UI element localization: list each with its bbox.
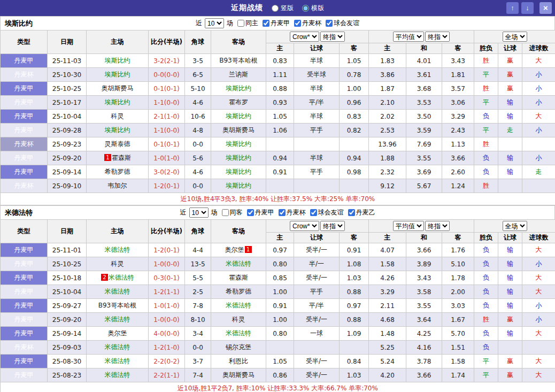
filter-checkbox-input[interactable] bbox=[294, 20, 301, 27]
match-row: 丹麦甲25-10-25奥胡斯费马0-1(0-1)5-10埃斯比约0.88半球1.… bbox=[1, 82, 555, 96]
filter-checkbox-input[interactable] bbox=[348, 209, 355, 216]
close-button[interactable]: × bbox=[539, 2, 552, 14]
avg-draw-cell: 3.55 bbox=[406, 151, 442, 165]
league-cell: 丹麦甲 bbox=[1, 299, 48, 313]
away-team-cell: 奥胡斯费马 bbox=[211, 368, 266, 382]
filter-checkbox[interactable]: 丹麦甲 bbox=[247, 208, 274, 217]
handicap-result-cell: 输 bbox=[498, 327, 522, 341]
home-team-name: 希勒罗德 bbox=[105, 168, 130, 175]
filter-checkbox-input[interactable] bbox=[263, 20, 269, 27]
odds-away-cell: 0.83 bbox=[340, 110, 369, 124]
filter-checkbox[interactable]: 同客 bbox=[222, 208, 243, 217]
titlebar-center: 近期战绩 竖版 横版 bbox=[0, 3, 555, 13]
handicap-cell: 受半/一 bbox=[294, 243, 340, 257]
home-team-name: 埃斯比约 bbox=[105, 57, 130, 64]
odds-source-select[interactable]: Crow* bbox=[290, 221, 319, 231]
filter-checkbox-input[interactable] bbox=[310, 209, 317, 216]
avg-away-cell: 2.60 bbox=[442, 165, 474, 179]
filter-checkbox[interactable]: 球会友谊 bbox=[326, 19, 359, 28]
filter-checkbox-input[interactable] bbox=[279, 209, 286, 216]
avg-away-cell: 3.29 bbox=[442, 110, 474, 124]
scope-select[interactable]: 全场 bbox=[503, 32, 527, 42]
avg-home-cell: 13.96 bbox=[369, 137, 406, 151]
avg-type-select[interactable]: 终指 bbox=[425, 32, 450, 42]
layout-option-vertical[interactable]: 竖版 bbox=[272, 4, 294, 13]
date-cell: 25-09-14 bbox=[48, 165, 87, 179]
results-table: 类型日期主场比分(半场)角球客场Crow*终指平均值终指全场主让球客主和客胜负让… bbox=[0, 30, 555, 205]
odds-source-select[interactable]: Crow* bbox=[290, 32, 319, 42]
filter-checkbox[interactable]: 丹麦杯 bbox=[294, 19, 321, 28]
filter-checkbox[interactable]: 丹麦甲 bbox=[263, 19, 290, 28]
scope-header-cell: 全场 bbox=[474, 30, 555, 43]
home-team-cell: 米德法特 bbox=[87, 355, 149, 368]
filter-bar: 近10场同主丹麦甲丹麦杯球会友谊 bbox=[1, 18, 554, 28]
scope-select[interactable]: 全场 bbox=[503, 221, 527, 231]
vertical-radio-input[interactable] bbox=[272, 5, 279, 12]
avg-draw-cell: 4.16 bbox=[406, 341, 442, 355]
odds-type-select[interactable]: 终指 bbox=[320, 32, 345, 42]
avg-away-cell: 1.81 bbox=[442, 68, 474, 82]
goals-cell bbox=[522, 179, 555, 193]
handicap-cell: 受半/一 bbox=[294, 313, 340, 327]
odds-away-cell: 1.00 bbox=[340, 82, 369, 96]
move-down-button[interactable]: ↓ bbox=[521, 2, 534, 14]
filter-checkbox-input[interactable] bbox=[237, 20, 244, 27]
avg-away-cell: 1.67 bbox=[442, 313, 474, 327]
horizontal-radio-input[interactable] bbox=[302, 5, 309, 12]
avg-draw-cell: 3.78 bbox=[406, 355, 442, 368]
avg-away-cell: 3.06 bbox=[442, 96, 474, 110]
result-cell: 负 bbox=[474, 299, 498, 313]
odds-away-cell: 1.08 bbox=[340, 257, 369, 271]
home-team-name: 灵斯泰德 bbox=[105, 140, 130, 148]
odds-type-select[interactable]: 终指 bbox=[320, 221, 345, 231]
date-cell: 25-11-01 bbox=[48, 243, 87, 257]
goals-cell: 大 bbox=[522, 54, 555, 68]
avg-away-cell: 5.70 bbox=[442, 327, 474, 341]
away-team-name: B93哥本哈根 bbox=[219, 57, 258, 64]
filter-checkbox-input[interactable] bbox=[222, 209, 229, 216]
score-cell: 1-2(1-1) bbox=[149, 285, 185, 299]
corner-cell: 3-7 bbox=[185, 355, 211, 368]
avg-away-cell: 3.66 bbox=[442, 151, 474, 165]
filter-checkbox[interactable]: 同主 bbox=[237, 19, 258, 28]
odds-away-cell: 1.03 bbox=[340, 368, 369, 382]
home-team-name: 奥胡斯费马 bbox=[102, 84, 134, 92]
filter-checkbox[interactable]: 丹麦乙 bbox=[348, 208, 375, 217]
filter-checkbox-label: 球会友谊 bbox=[318, 208, 344, 217]
handicap-cell: 受半/一 bbox=[294, 355, 340, 368]
result-cell: 平 bbox=[474, 124, 498, 137]
handicap-cell: 平/半 bbox=[294, 299, 340, 313]
move-up-button[interactable]: ↑ bbox=[506, 2, 519, 14]
away-team-name: 米德法特 bbox=[226, 329, 251, 337]
recent-count-select[interactable]: 10 bbox=[205, 18, 224, 28]
results-table: 类型日期主场比分(半场)角球客场Crow*终指平均值终指全场主让球客主和客胜负让… bbox=[0, 219, 555, 392]
avg-type-select[interactable]: 终指 bbox=[425, 221, 450, 231]
sub-column-header: 主 bbox=[369, 233, 406, 243]
home-team-name: 米德法特 bbox=[105, 357, 130, 365]
match-row: 丹麦杯25-10-30埃斯比约0-0(0-0)6-5兰讷斯1.11受半球0.78… bbox=[1, 68, 555, 82]
avg-source-select[interactable]: 平均值 bbox=[393, 221, 424, 231]
rank-badge: 2 bbox=[101, 274, 108, 281]
filter-checkbox-input[interactable] bbox=[326, 20, 333, 27]
sub-column-header: 客 bbox=[442, 233, 474, 243]
date-cell: 25-09-23 bbox=[48, 137, 87, 151]
league-cell: 丹麦甲 bbox=[1, 368, 48, 382]
filter-checkbox-input[interactable] bbox=[247, 209, 254, 216]
table-header-row: 类型日期主场比分(半场)角球客场Crow*终指平均值终指全场 bbox=[1, 220, 555, 233]
filter-checkbox[interactable]: 球会友谊 bbox=[310, 208, 344, 217]
away-team-name: 利恩比 bbox=[229, 357, 248, 365]
avg-source-select[interactable]: 平均值 bbox=[393, 32, 424, 42]
home-team-name: 奥尔堡 bbox=[108, 329, 127, 337]
home-team-name: 科灵 bbox=[111, 260, 124, 267]
date-cell: 25-08-23 bbox=[48, 368, 87, 382]
score-cell: 1-0(0-0) bbox=[149, 313, 185, 327]
goals-cell: 大 bbox=[522, 327, 555, 341]
filter-checkbox[interactable]: 丹麦杯 bbox=[279, 208, 306, 217]
layout-option-horizontal[interactable]: 横版 bbox=[302, 4, 324, 13]
recent-count-select[interactable]: 10 bbox=[189, 207, 209, 218]
odds-header-cell: Crow*终指 bbox=[266, 30, 369, 43]
home-team-name: 埃斯比约 bbox=[105, 126, 130, 134]
away-team-name: 霍布罗 bbox=[229, 98, 248, 106]
avg-draw-cell: 7.69 bbox=[406, 137, 442, 151]
sub-column-header: 主 bbox=[266, 233, 294, 243]
